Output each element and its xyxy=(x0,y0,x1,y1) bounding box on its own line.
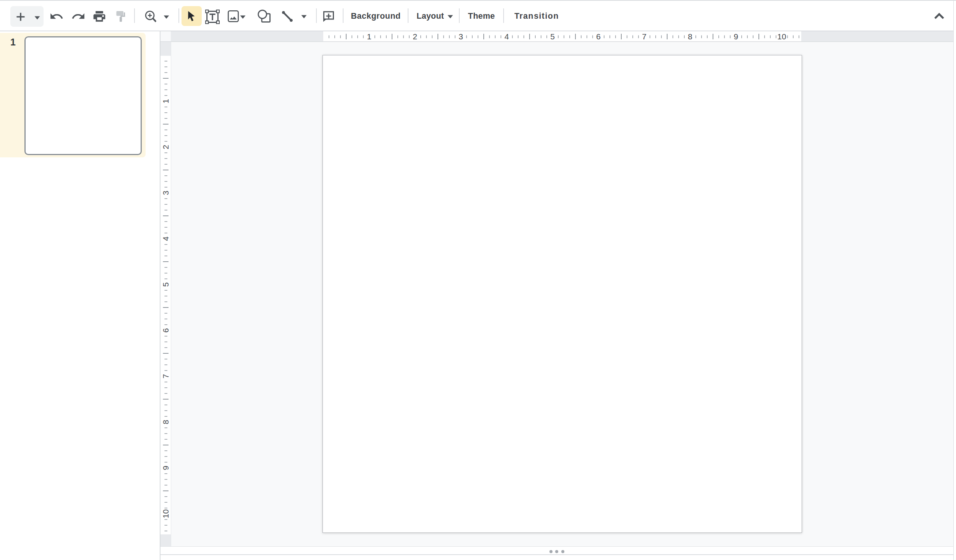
svg-text:2: 2 xyxy=(413,32,417,41)
svg-text:10: 10 xyxy=(161,509,170,518)
svg-text:6: 6 xyxy=(596,32,601,41)
svg-text:8: 8 xyxy=(688,32,692,41)
svg-text:2: 2 xyxy=(161,145,170,149)
svg-text:4: 4 xyxy=(161,236,170,241)
svg-text:7: 7 xyxy=(161,374,170,379)
svg-text:4: 4 xyxy=(504,32,509,41)
svg-text:3: 3 xyxy=(161,191,170,195)
svg-text:8: 8 xyxy=(161,420,170,424)
svg-text:10: 10 xyxy=(777,32,786,41)
svg-text:3: 3 xyxy=(459,32,463,41)
svg-text:5: 5 xyxy=(550,32,555,41)
svg-text:9: 9 xyxy=(734,32,738,41)
svg-text:6: 6 xyxy=(161,328,170,333)
svg-text:5: 5 xyxy=(161,282,170,287)
svg-text:1: 1 xyxy=(367,32,371,41)
svg-text:7: 7 xyxy=(642,32,647,41)
svg-text:1: 1 xyxy=(161,99,170,104)
svg-text:9: 9 xyxy=(161,466,170,470)
